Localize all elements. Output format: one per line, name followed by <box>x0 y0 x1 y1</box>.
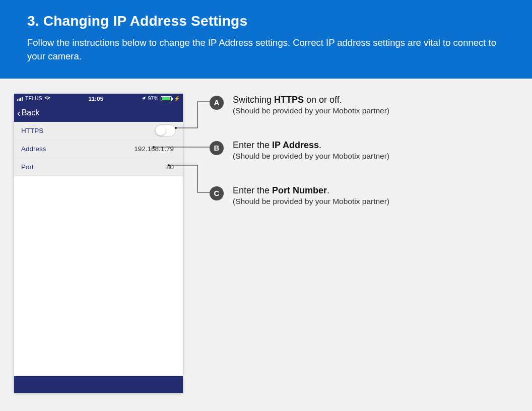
nav-bar: ‹ Back <box>14 104 183 122</box>
callout-c-bold: Port Number <box>272 185 327 195</box>
callout-b-sub: (Should be provided by your Mobotix part… <box>233 152 389 161</box>
callout-text-b: Enter the IP Address. (Should be provide… <box>233 140 389 161</box>
wifi-icon <box>44 96 50 101</box>
callout-text-c: Enter the Port Number. (Should be provid… <box>233 185 389 207</box>
status-bar: TELUS 11:05 97% ⚡ <box>14 94 183 104</box>
chevron-left-icon: ‹ <box>17 108 21 118</box>
callout-c-sub: (Should be provided by your Mobotix part… <box>233 197 389 206</box>
callout-c-post: . <box>327 185 329 195</box>
svg-rect-2 <box>20 98 21 101</box>
header-banner: 3. Changing IP Address Settings Follow t… <box>0 0 532 79</box>
content-area: TELUS 11:05 97% ⚡ <box>0 79 532 411</box>
phone-mockup: TELUS 11:05 97% ⚡ <box>14 94 183 393</box>
callout-badge-b: B <box>210 141 224 155</box>
https-toggle[interactable] <box>155 124 176 136</box>
callout-a-pre: Switching <box>233 95 274 105</box>
svg-rect-3 <box>22 97 23 101</box>
callout-a-bold: HTTPS <box>274 95 304 105</box>
carrier-label: TELUS <box>25 96 42 101</box>
signal-icon <box>17 97 23 101</box>
callout-text-a: Switching HTTPS on or off. (Should be pr… <box>233 95 389 116</box>
svg-rect-1 <box>19 98 20 101</box>
callout-b: B Enter the IP Address. (Should be provi… <box>210 140 492 161</box>
battery-icon <box>161 96 172 101</box>
toggle-knob <box>156 125 166 135</box>
callout-c: C Enter the Port Number. (Should be prov… <box>210 185 492 207</box>
callout-b-bold: IP Address <box>272 140 319 150</box>
callout-c-pre: Enter the <box>233 185 272 195</box>
svg-rect-0 <box>17 99 18 101</box>
phone-bottom-bar <box>14 376 183 393</box>
charging-icon: ⚡ <box>174 96 180 101</box>
back-label: Back <box>22 108 40 117</box>
row-port: Port 80 <box>14 158 183 176</box>
battery-pct-label: 97% <box>148 96 159 101</box>
callout-a: A Switching HTTPS on or off. (Should be … <box>210 95 492 116</box>
callout-badge-c: C <box>210 186 224 200</box>
callout-b-post: . <box>319 140 321 150</box>
port-value[interactable]: 80 <box>166 163 176 171</box>
page-subtitle: Follow the instructions below to change … <box>27 36 505 63</box>
callout-badge-a: A <box>210 96 224 110</box>
row-https: HTTPS <box>14 122 183 140</box>
address-value[interactable]: 192.168.1.79 <box>134 145 176 153</box>
page-root: 3. Changing IP Address Settings Follow t… <box>0 0 532 411</box>
settings-list: HTTPS Address 192.168.1.79 Port 80 <box>14 122 183 176</box>
callout-a-post: on or off. <box>304 95 342 105</box>
port-label: Port <box>21 163 34 171</box>
location-icon <box>142 96 146 101</box>
address-label: Address <box>21 145 46 153</box>
callout-a-sub: (Should be provided by your Mobotix part… <box>233 106 389 115</box>
clock-label: 11:05 <box>88 96 103 102</box>
row-address: Address 192.168.1.79 <box>14 140 183 158</box>
back-button[interactable]: ‹ Back <box>17 108 39 118</box>
callout-b-pre: Enter the <box>233 140 272 150</box>
https-label: HTTPS <box>21 127 43 134</box>
phone-body-blank <box>14 176 183 376</box>
page-title: 3. Changing IP Address Settings <box>27 13 505 29</box>
